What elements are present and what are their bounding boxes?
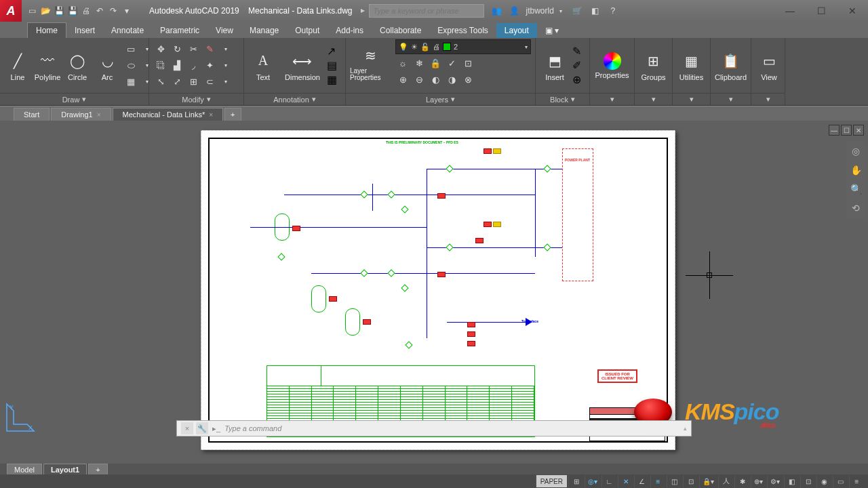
dimension-button[interactable]: ⟷Dimension — [281, 49, 324, 83]
tab-parametric[interactable]: Parametric — [152, 23, 208, 38]
osnap-icon[interactable]: ∠ — [634, 475, 649, 487]
utilities-button[interactable]: ▦Utilities — [677, 49, 706, 83]
scale-icon[interactable]: ⤢ — [170, 75, 184, 89]
move-icon[interactable]: ✥ — [153, 42, 168, 57]
trim-icon[interactable]: ✂ — [186, 42, 201, 57]
vp-minimize-icon[interactable]: — — [829, 125, 840, 136]
mirror-icon[interactable]: ▟ — [170, 58, 184, 73]
circle-button[interactable]: ◯Circle — [64, 49, 91, 83]
open-icon[interactable]: 📂 — [39, 5, 52, 17]
scale-icon[interactable]: ⊕▾ — [751, 475, 766, 487]
lineweight-icon[interactable]: ≡ — [650, 475, 665, 487]
layer-dropdown[interactable]: 💡 ☀ 🔓 🖨 2 ▾ — [395, 39, 531, 54]
create-block-icon[interactable]: ✎ — [572, 45, 581, 58]
workspace-icon[interactable]: ⚙▾ — [767, 475, 783, 487]
cmd-close-icon[interactable]: × — [181, 422, 193, 434]
leader-icon[interactable]: ↗ — [327, 45, 337, 58]
vp-close-icon[interactable]: ✕ — [853, 125, 864, 136]
fillet-icon[interactable]: ◞ — [186, 58, 201, 73]
close-tab-icon[interactable]: × — [209, 111, 213, 119]
app-home-icon[interactable]: ◧ — [589, 5, 601, 17]
redo-icon[interactable]: ↷ — [107, 5, 119, 17]
chevron-down-icon[interactable]: ▾ — [218, 58, 233, 73]
array-icon[interactable]: ⊞ — [186, 75, 201, 89]
command-line[interactable]: × 🔧 ▸_ Type a command ▴ — [176, 420, 692, 436]
orbit-icon[interactable]: ⟲ — [848, 201, 863, 216]
view-button[interactable]: ▭View — [755, 49, 783, 83]
tab-annotate[interactable]: Annotate — [103, 23, 152, 38]
hatch-icon[interactable]: ▦ — [123, 75, 138, 89]
ortho-icon[interactable]: ∟ — [601, 475, 616, 487]
chevron-down-icon[interactable]: ▾ — [218, 42, 233, 57]
table-icon[interactable]: ▤ — [327, 59, 337, 72]
clipboard-button[interactable]: 📋Clipboard — [715, 49, 747, 83]
erase-icon[interactable]: ✎ — [202, 42, 217, 57]
layer-tool-icon[interactable]: ⊡ — [460, 56, 475, 70]
cart-icon[interactable]: 🛒 — [572, 5, 584, 17]
layer-tool-icon[interactable]: 🔒 — [428, 56, 443, 70]
layer-properties-button[interactable]: ≋Layer Properties — [350, 45, 391, 81]
minimize-button[interactable]: — — [774, 0, 806, 22]
arc-button[interactable]: ◡Arc — [94, 49, 121, 83]
tab-home[interactable]: Home — [27, 22, 66, 38]
panel-label-layers[interactable]: Layers ▾ — [346, 93, 535, 105]
user-name[interactable]: jtbworld — [526, 6, 554, 16]
pan-icon[interactable]: ✋ — [848, 163, 863, 178]
isolate-icon[interactable]: ◉ — [816, 475, 831, 487]
chevron-down-icon[interactable]: ▾ — [218, 75, 233, 89]
groups-button[interactable]: ⊞Groups — [639, 49, 668, 83]
tab-output[interactable]: Output — [287, 23, 328, 38]
drawing-canvas[interactable]: — ☐ ✕ ◎ ✋ 🔍 ⟲ THIS IS PRELIMINARY DOCUME… — [0, 121, 868, 464]
file-tab-drawing1[interactable]: Drawing1× — [51, 108, 111, 121]
offset-icon[interactable]: ⊂ — [202, 75, 217, 89]
file-tab-start[interactable]: Start — [14, 108, 50, 121]
tab-insert[interactable]: Insert — [66, 23, 103, 38]
attr-icon[interactable]: ⊕ — [572, 73, 581, 86]
new-icon[interactable]: ▭ — [26, 5, 38, 17]
tab-featured-icon[interactable]: ▣ ▾ — [537, 23, 567, 38]
panel-label-annotation[interactable]: Annotation ▾ — [244, 93, 345, 105]
plot-icon[interactable]: 🖨 — [80, 5, 92, 17]
cycling-icon[interactable]: ⊡ — [683, 475, 698, 487]
annoscale-icon[interactable]: 🔒▾ — [699, 475, 717, 487]
layer-tool-icon[interactable]: ✓ — [444, 56, 459, 70]
layer-tool-icon[interactable]: ☼ — [395, 56, 410, 70]
layer-tool-icon[interactable]: ❄ — [412, 56, 427, 70]
app-logo[interactable]: A — [0, 0, 22, 22]
copy-icon[interactable]: ⿻ — [153, 58, 168, 73]
hardware-icon[interactable]: ⊡ — [800, 475, 815, 487]
grid-icon[interactable]: ⊞ — [568, 475, 583, 487]
layer-tool-icon[interactable]: ◐ — [428, 72, 443, 87]
new-tab-button[interactable]: + — [224, 108, 241, 121]
panel-expand[interactable]: ▾ — [711, 93, 751, 105]
cmd-expand-icon[interactable]: ▴ — [684, 425, 687, 432]
line-button[interactable]: ╱Line — [4, 49, 31, 83]
rect-icon[interactable]: ▭ — [123, 42, 138, 57]
qat-dropdown-icon[interactable]: ▾ — [121, 5, 133, 17]
file-tab-current[interactable]: Mechanical - Data Links*× — [113, 108, 224, 121]
close-tab-icon[interactable]: × — [97, 111, 101, 119]
stretch-icon[interactable]: ⤡ — [153, 75, 168, 89]
help-search-input[interactable] — [369, 4, 484, 18]
space-toggle[interactable]: PAPER — [536, 475, 567, 487]
ellipse-icon[interactable]: ⬭ — [123, 58, 138, 73]
help-icon[interactable]: ? — [607, 5, 619, 17]
panel-expand[interactable]: ▾ — [673, 93, 710, 105]
tab-view[interactable]: View — [208, 23, 241, 38]
panel-label-draw[interactable]: Draw ▾ — [0, 93, 149, 105]
explode-icon[interactable]: ✦ — [202, 58, 217, 73]
panel-label-block[interactable]: Block ▾ — [536, 93, 589, 105]
panel-expand[interactable]: ▾ — [751, 93, 785, 105]
table2-icon[interactable]: ▦ — [327, 73, 337, 86]
tab-layout[interactable]: Layout — [496, 23, 537, 38]
maximize-button[interactable]: ☐ — [806, 0, 837, 22]
panel-expand[interactable]: ▾ — [635, 93, 672, 105]
signin-icon[interactable]: 👥 — [491, 5, 503, 17]
annotation-icon[interactable]: 人 — [718, 475, 733, 487]
cmd-customize-icon[interactable]: 🔧 — [196, 422, 208, 434]
layer-tool-icon[interactable]: ⊕ — [395, 72, 410, 87]
snap-icon[interactable]: ◎▾ — [585, 475, 600, 487]
customize-icon[interactable]: ≡ — [849, 475, 864, 487]
user-avatar-icon[interactable]: 👤 — [509, 5, 521, 17]
close-button[interactable]: ✕ — [837, 0, 868, 22]
